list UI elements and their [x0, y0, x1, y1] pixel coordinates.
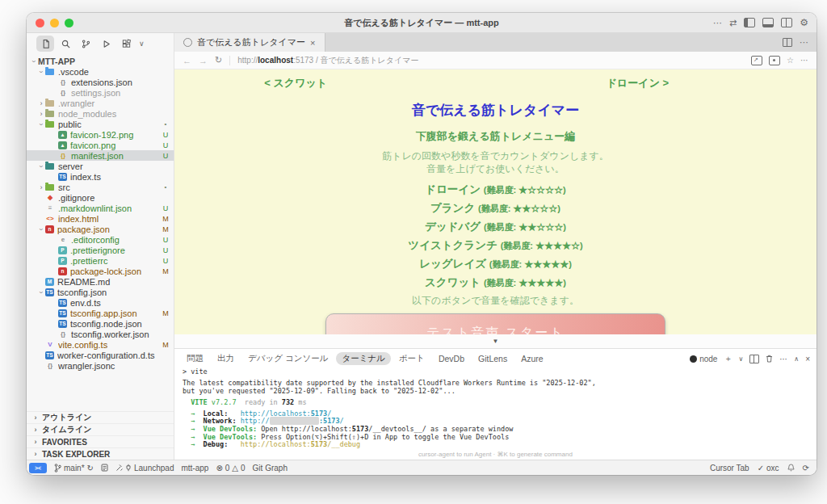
more-actions-icon[interactable]: ⋯ — [713, 18, 722, 28]
tree-item[interactable]: ›.wrangler — [27, 98, 174, 108]
toggle-sidebar-icon[interactable] — [744, 18, 755, 27]
tree-item[interactable]: TSindex.ts — [27, 171, 174, 182]
panel-tab-Azure[interactable]: Azure — [515, 353, 548, 364]
tree-item[interactable]: ≡.markdownlint.jsonU — [27, 203, 174, 213]
toggle-panel-icon[interactable] — [762, 18, 774, 27]
expand-icon[interactable]: › — [37, 183, 45, 191]
panel-tab-デバッグ コンソール[interactable]: デバッグ コンソール — [242, 352, 334, 365]
tree-item[interactable]: {}wrangler.jsonc — [27, 360, 174, 371]
maximize-panel-icon[interactable]: ∧ — [794, 355, 799, 363]
tree-item[interactable]: P.prettierrcU — [27, 255, 174, 266]
tree-item[interactable]: ▲favicon-192.pngU — [27, 129, 174, 140]
tree-item[interactable]: e.editorconfigU — [27, 234, 174, 245]
panel-tab-問題[interactable]: 問題 — [181, 352, 209, 365]
tree-item[interactable]: {}tsconfig.worker.json — [27, 329, 174, 339]
tree-item[interactable]: ›src• — [27, 182, 174, 192]
panel-tab-DevDb[interactable]: DevDb — [433, 353, 470, 364]
test-audio-start-button[interactable]: テスト音声 スタート — [325, 313, 665, 334]
panel-tab-出力[interactable]: 出力 — [212, 352, 240, 365]
favorite-star-icon[interactable]: ☆ — [787, 56, 794, 65]
url-input[interactable]: http://localhost:5173 / 音で伝える筋トレタイマー — [237, 55, 744, 66]
panel-tab-GitLens[interactable]: GitLens — [472, 353, 513, 364]
tree-item[interactable]: npackage-lock.jsonM — [27, 266, 174, 276]
tree-item[interactable]: P.prettierignoreU — [27, 245, 174, 255]
editor-more-actions-icon[interactable]: ⋯ — [800, 37, 808, 48]
panel-tab-ポート[interactable]: ポート — [393, 352, 430, 365]
tree-item[interactable]: MREADME.md — [27, 276, 174, 287]
tree-item[interactable]: TStsconfig.node.json — [27, 318, 174, 329]
sidebar-section-FAVORITES[interactable]: ›FAVORITES — [27, 435, 174, 447]
new-terminal-icon[interactable]: ＋ — [724, 353, 732, 364]
extensions-icon[interactable] — [117, 36, 135, 52]
project-name[interactable]: mtt-app — [181, 464, 208, 472]
forward-icon[interactable]: → — [199, 56, 208, 65]
expand-icon[interactable]: › — [30, 57, 38, 65]
git-branch-item[interactable]: main* ↻ — [54, 464, 94, 472]
customize-layout-icon[interactable] — [781, 18, 792, 27]
open-external-icon[interactable]: ↗ — [751, 56, 762, 65]
terminal-output[interactable]: > viteThe latest compatibility date supp… — [174, 367, 817, 449]
url-more-icon[interactable]: ⋯ — [800, 56, 808, 65]
tree-item[interactable]: ▲favicon.pngU — [27, 140, 174, 150]
launchpad-item[interactable]: Launchpad — [115, 464, 174, 472]
cursor-tab-toggle[interactable]: Cursor Tab — [710, 464, 749, 472]
tree-item[interactable]: ›npackage.jsonM — [27, 224, 174, 234]
tree-item[interactable]: TSworker-configuration.d.ts — [27, 350, 174, 360]
tree-item[interactable]: ›node_modules — [27, 108, 174, 119]
nav-link-next[interactable]: ドローイン > — [607, 76, 669, 90]
notifications-bell-icon[interactable] — [787, 464, 795, 472]
reload-icon[interactable]: ↻ — [215, 55, 222, 65]
expand-icon[interactable]: › — [37, 120, 45, 128]
panel-more-icon[interactable]: ⋯ — [779, 355, 787, 363]
problems-item[interactable]: ⊗0 △0 — [216, 464, 245, 472]
scroll-indicator[interactable]: ▼ — [174, 334, 817, 348]
sidebar-section-アウトライン[interactable]: ›アウトライン — [27, 411, 174, 423]
back-icon[interactable]: ← — [183, 56, 191, 65]
remote-indicator[interactable]: >< — [29, 463, 47, 473]
tree-item[interactable]: {}settings.json — [27, 87, 174, 98]
expand-icon[interactable]: › — [37, 99, 45, 107]
source-control-icon[interactable] — [77, 36, 94, 52]
split-editor-icon[interactable] — [783, 38, 792, 47]
sidebar-section-タイムライン[interactable]: ›タイムライン — [27, 423, 174, 435]
tree-item[interactable]: Vvite.config.tsM — [27, 339, 174, 350]
panel-tab-ターミナル[interactable]: ターミナル — [336, 352, 390, 365]
split-terminal-icon[interactable] — [749, 355, 759, 363]
changes-icon[interactable] — [101, 464, 108, 472]
tree-item[interactable]: <>index.htmlM — [27, 213, 174, 224]
tree-item[interactable]: {}manifest.jsonU — [27, 150, 174, 161]
tree-item[interactable]: ›.vscode — [27, 66, 174, 77]
run-debug-icon[interactable] — [97, 36, 115, 52]
explorer-icon[interactable] — [36, 36, 54, 52]
git-graph-item[interactable]: Git Graph — [253, 464, 288, 472]
refresh-icon[interactable]: ⟳ — [803, 464, 809, 472]
sidebar-section-TASK EXPLORER[interactable]: ›TASK EXPLORER — [27, 447, 174, 460]
expand-icon[interactable]: › — [37, 68, 45, 76]
expand-icon[interactable]: › — [37, 225, 45, 233]
expand-icon[interactable]: › — [37, 288, 45, 296]
tree-item[interactable]: ›public• — [27, 119, 174, 129]
kill-terminal-trash-icon[interactable] — [766, 355, 773, 363]
linter-status[interactable]: ✓oxc — [758, 464, 779, 472]
close-window-button[interactable] — [36, 19, 44, 27]
screenshot-icon[interactable] — [769, 56, 780, 65]
tree-item[interactable]: ›MTT-APP — [27, 56, 174, 66]
chevron-down-icon[interactable]: ∨ — [139, 40, 145, 48]
tab-browser-preview[interactable]: 音で伝える筋トレタイマー × — [174, 33, 325, 52]
tree-item[interactable]: ›TStsconfig.json — [27, 287, 174, 297]
terminal-profile[interactable]: node — [690, 355, 717, 363]
search-icon[interactable] — [57, 36, 74, 52]
sync-arrows-icon[interactable]: ⇄ — [729, 18, 737, 28]
close-panel-icon[interactable]: × — [805, 355, 810, 363]
minimize-window-button[interactable] — [50, 19, 59, 27]
tree-item[interactable]: TStsconfig.app.jsonM — [27, 308, 174, 318]
expand-icon[interactable]: › — [37, 110, 45, 118]
nav-link-prev[interactable]: < スクワット — [264, 76, 327, 90]
tab-close-icon[interactable]: × — [310, 38, 315, 48]
tree-item[interactable]: ›server — [27, 161, 174, 171]
tree-item[interactable]: {}extensions.json — [27, 77, 174, 87]
tree-item[interactable]: TSenv.d.ts — [27, 297, 174, 308]
tree-item[interactable]: ◆.gitignore — [27, 192, 174, 203]
maximize-window-button[interactable] — [65, 19, 73, 27]
terminal-dropdown-icon[interactable]: ∨ — [738, 355, 743, 363]
